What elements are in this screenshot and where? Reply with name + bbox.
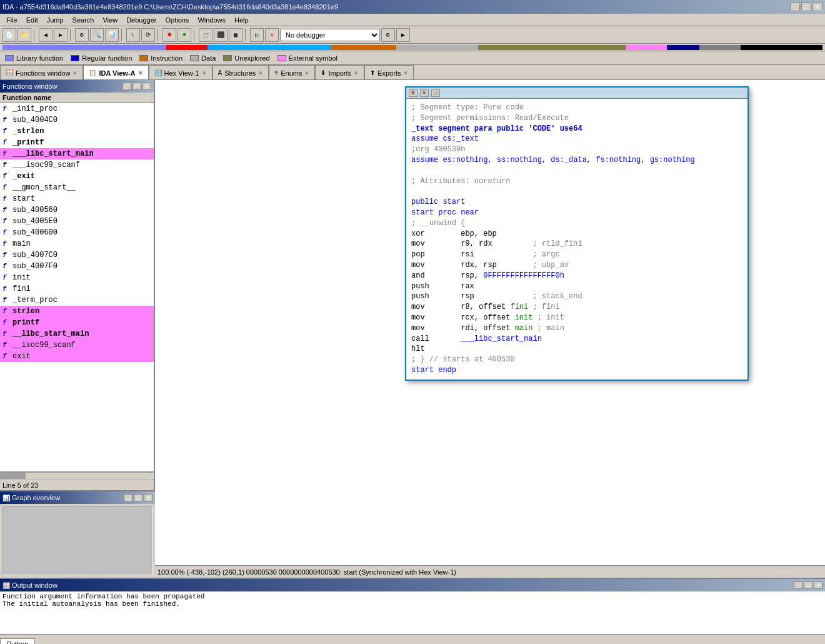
minimize-button[interactable]: _	[790, 3, 800, 11]
new-button[interactable]: 📄	[2, 28, 16, 42]
code-line: ; Segment permissions: Read/Execute	[411, 113, 742, 124]
toolbar-btn-4[interactable]: 🔍	[90, 28, 104, 42]
code-content[interactable]: ; Segment type: Pure code ; Segment perm…	[406, 99, 748, 380]
functions-scrollbar[interactable]	[0, 471, 154, 480]
ida-view-close[interactable]: ✕	[138, 70, 143, 76]
func-row-strlen2[interactable]: f strlen	[0, 306, 154, 317]
func-row-isoc99-scanf[interactable]: f ___isoc99_scanf	[0, 159, 154, 171]
close-button[interactable]: ✕	[812, 3, 822, 11]
func-row-exit2[interactable]: f exit	[0, 351, 154, 362]
maximize-button[interactable]: □	[801, 3, 811, 11]
toolbar-btn-3[interactable]: ⚙	[75, 28, 89, 42]
menu-debugger[interactable]: Debugger	[122, 15, 160, 25]
output-minimize[interactable]: _	[794, 581, 802, 589]
ida-view-tab[interactable]: 📋 IDA View-A ✕	[83, 65, 148, 80]
debugger-settings[interactable]: ⚙	[381, 28, 395, 42]
func-row-libc-start-main2[interactable]: f __libc_start_main	[0, 328, 154, 340]
hex-view-tab[interactable]: 🔢 Hex View-1 ✕	[149, 65, 212, 80]
open-button[interactable]: 📁	[18, 28, 31, 42]
func-row-printf[interactable]: f _printf	[0, 137, 154, 148]
func-row-gmon-start[interactable]: f __gmon_start__	[0, 182, 154, 193]
functions-window-close[interactable]: ✕	[72, 70, 78, 76]
toolbar-down[interactable]: ↓	[126, 28, 140, 42]
func-icon: f	[2, 218, 10, 225]
func-row-libc-start-main[interactable]: f ___libc_start_main	[0, 148, 154, 159]
menu-options[interactable]: Options	[161, 15, 192, 25]
menu-windows[interactable]: Windows	[194, 15, 229, 25]
toolbar-btn-8[interactable]: ⬛	[214, 28, 228, 42]
func-row-sub400600[interactable]: f sub_400600	[0, 227, 154, 238]
code-line: ; __unwind {	[411, 218, 742, 229]
toolbar-btn-red[interactable]: ■	[162, 28, 176, 42]
hex-view-close[interactable]: ✕	[202, 70, 207, 76]
toolbar-sep-5	[194, 29, 196, 41]
func-row-start[interactable]: f start	[0, 193, 154, 204]
functions-list[interactable]: f _init_proc f sub_4004C0 f _strlen f _p…	[0, 103, 154, 471]
menu-file[interactable]: File	[2, 15, 21, 25]
inner-btn3[interactable]: ⬚	[431, 89, 440, 97]
imports-close[interactable]: ✕	[354, 70, 359, 76]
functions-restore[interactable]: □	[132, 83, 141, 90]
debugger-select[interactable]: No debugger	[280, 29, 380, 41]
functions-close[interactable]: ✕	[142, 83, 151, 90]
back-button[interactable]: ◀	[39, 28, 52, 42]
inner-btn1[interactable]: ⊞	[409, 89, 418, 97]
menu-help[interactable]: Help	[231, 15, 252, 25]
func-row-sub4004c0[interactable]: f sub_4004C0	[0, 114, 154, 126]
functions-minimize[interactable]: _	[122, 83, 131, 90]
functions-window-tab[interactable]: 🪟 Functions window ✕	[0, 65, 83, 80]
func-icon: f	[2, 105, 10, 113]
enums-tab[interactable]: ≡ Enums ✕	[269, 65, 315, 80]
func-icon: f	[2, 229, 10, 236]
output-content[interactable]: Function argument information has been p…	[0, 591, 825, 634]
menu-jump[interactable]: Jump	[43, 15, 68, 25]
toolbar-btn-10[interactable]: ▷	[250, 28, 264, 42]
status-text: 100.00% (-438,-102) (260,1) 00000530 000…	[158, 568, 456, 576]
hscroll-bar[interactable]	[0, 472, 154, 480]
python-tab[interactable]: Python	[0, 638, 35, 644]
menu-search[interactable]: Search	[69, 15, 98, 25]
graph-minimize[interactable]: _	[124, 494, 132, 501]
debugger-btn2[interactable]: ▶	[396, 28, 410, 42]
func-row-exit[interactable]: f _exit	[0, 171, 154, 182]
func-row-init[interactable]: f init	[0, 272, 154, 283]
forward-button[interactable]: ▶	[54, 28, 68, 42]
output-restore[interactable]: □	[804, 581, 812, 589]
menu-edit[interactable]: Edit	[22, 15, 42, 25]
hscroll-thumb[interactable]	[1, 473, 26, 479]
inner-titlebar: ⊞ ≡ ⬚	[406, 88, 748, 99]
func-name: sub_4007C0	[12, 251, 58, 259]
graph-content[interactable]	[2, 506, 152, 575]
toolbar-btn-green[interactable]: ●	[178, 28, 191, 42]
func-row-isoc99-scanf2[interactable]: f __isoc99_scanf	[0, 340, 154, 351]
func-row-sub400560[interactable]: f sub_400560	[0, 204, 154, 216]
toolbar-btn-6[interactable]: ⟳	[141, 28, 155, 42]
inner-btn2[interactable]: ≡	[420, 89, 429, 97]
ida-view-content[interactable]: ⊞ ≡ ⬚ ; Segment type: Pure code ; Segmen…	[155, 80, 825, 565]
structures-tab[interactable]: A Structures ✕	[212, 65, 269, 80]
func-row-strlen[interactable]: f _strlen	[0, 126, 154, 137]
menu-view[interactable]: View	[99, 15, 121, 25]
toolbar-btn-7[interactable]: ⬚	[199, 28, 212, 42]
func-row-init-proc[interactable]: f _init_proc	[0, 103, 154, 114]
func-row-printf2[interactable]: f printf	[0, 317, 154, 328]
output-close[interactable]: ✕	[814, 581, 822, 589]
func-row-sub4007c0[interactable]: f sub_4007C0	[0, 249, 154, 261]
toolbar-btn-11[interactable]: ✕	[265, 28, 279, 42]
exports-tab-label: Exports	[378, 69, 401, 77]
graph-close[interactable]: ✕	[144, 494, 152, 501]
toolbar-btn-5[interactable]: 📊	[105, 28, 119, 42]
enums-close[interactable]: ✕	[304, 70, 309, 76]
imports-tab[interactable]: ⬇ Imports ✕	[315, 65, 364, 80]
func-row-fini[interactable]: f fini	[0, 283, 154, 294]
toolbar-btn-9[interactable]: ▦	[229, 28, 242, 42]
exports-tab[interactable]: ⬆ Exports ✕	[364, 65, 414, 80]
func-row-term-proc[interactable]: f _term_proc	[0, 294, 154, 306]
exports-close[interactable]: ✕	[403, 70, 408, 76]
func-row-sub4007f0[interactable]: f sub_4007F0	[0, 261, 154, 272]
structures-close[interactable]: ✕	[258, 70, 263, 76]
graph-restore[interactable]: □	[134, 494, 142, 501]
functions-line-info: Line 5 of 23	[2, 481, 39, 489]
func-row-main[interactable]: f main	[0, 238, 154, 249]
func-row-sub4005e0[interactable]: f sub_4005E0	[0, 216, 154, 227]
